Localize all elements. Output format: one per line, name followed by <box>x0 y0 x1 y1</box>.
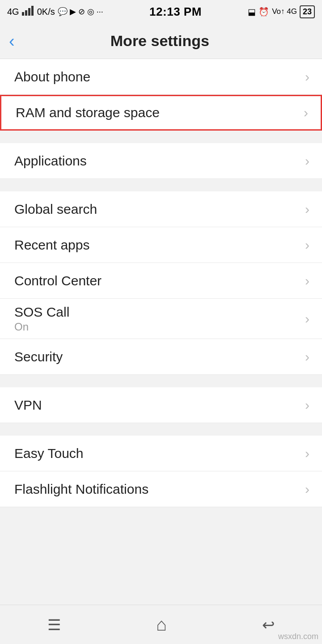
alarm-icon: ⏰ <box>258 7 269 17</box>
settings-item-flashlight-notifications[interactable]: Flashlight Notifications › <box>0 471 322 507</box>
svg-rect-0 <box>22 12 24 16</box>
watermark: wsxdn.com <box>278 632 318 641</box>
settings-item-ram-storage[interactable]: RAM and storage space › <box>0 95 322 131</box>
about-phone-label: About phone <box>14 69 90 85</box>
volte-4g-icon: Vo↑ 4G <box>272 7 297 16</box>
chevron-icon: › <box>305 202 309 217</box>
page-title: More settings <box>24 32 296 50</box>
settings-item-global-search[interactable]: Global search › <box>0 191 322 227</box>
page-header: ‹ More settings <box>0 23 322 59</box>
chevron-icon: › <box>305 153 309 169</box>
sos-call-sublabel: On <box>14 321 69 333</box>
global-search-label: Global search <box>14 202 97 217</box>
app-icons: 💬 ▶ ⊘ ◎ ··· <box>58 7 103 17</box>
easy-touch-label: Easy Touch <box>14 446 84 461</box>
svg-rect-1 <box>25 10 27 16</box>
chevron-icon: › <box>304 105 308 120</box>
section-divider-4 <box>0 423 322 436</box>
sos-call-label: SOS Call <box>14 305 69 320</box>
data-speed: 0K/s <box>37 7 55 17</box>
ram-storage-label: RAM and storage space <box>16 105 160 120</box>
svg-rect-2 <box>28 8 30 16</box>
section-divider-2 <box>0 179 322 191</box>
chevron-icon: › <box>305 398 309 413</box>
back-button[interactable]: ‹ <box>9 33 15 50</box>
bottom-spacer <box>0 507 322 552</box>
settings-item-recent-apps[interactable]: Recent apps › <box>0 227 322 263</box>
battery-indicator: 23 <box>300 5 315 18</box>
settings-item-security[interactable]: Security › <box>0 339 322 375</box>
vpn-label: VPN <box>14 398 42 413</box>
status-left: 4G 0K/s 💬 ▶ ⊘ ◎ ··· <box>7 6 103 18</box>
settings-item-applications[interactable]: Applications › <box>0 143 322 179</box>
settings-item-sos-call[interactable]: SOS Call On › <box>0 299 322 339</box>
home-nav-icon[interactable]: ⌂ <box>156 614 167 635</box>
signal-bars <box>22 6 34 18</box>
chevron-icon: › <box>305 311 309 326</box>
security-label: Security <box>14 349 63 364</box>
control-center-label: Control Center <box>14 273 102 288</box>
chevron-icon: › <box>305 446 309 461</box>
recent-apps-label: Recent apps <box>14 237 89 253</box>
settings-item-control-center[interactable]: Control Center › <box>0 263 322 299</box>
section-divider-3 <box>0 375 322 387</box>
bluetooth-icon: ⬓ <box>248 7 256 17</box>
chevron-icon: › <box>305 349 309 364</box>
menu-nav-icon[interactable]: ☰ <box>47 616 61 634</box>
flashlight-notifications-label: Flashlight Notifications <box>14 482 148 497</box>
chevron-icon: › <box>305 273 309 288</box>
settings-item-easy-touch[interactable]: Easy Touch › <box>0 436 322 471</box>
settings-item-vpn[interactable]: VPN › <box>0 387 322 423</box>
chevron-icon: › <box>305 237 309 253</box>
back-nav-icon[interactable]: ↩ <box>262 616 275 634</box>
time-display: 12:13 PM <box>149 5 202 19</box>
chevron-icon: › <box>305 69 309 85</box>
network-indicator: 4G <box>7 7 19 17</box>
svg-rect-3 <box>31 6 34 16</box>
chevron-icon: › <box>305 482 309 497</box>
status-bar: 4G 0K/s 💬 ▶ ⊘ ◎ ··· 12:13 PM ⬓ ⏰ Vo↑ 4G … <box>0 0 322 23</box>
navigation-bar: ☰ ⌂ ↩ <box>0 605 322 644</box>
settings-item-about-phone[interactable]: About phone › <box>0 59 322 95</box>
section-divider-1 <box>0 131 322 143</box>
applications-label: Applications <box>14 153 87 169</box>
settings-list: About phone › RAM and storage space › Ap… <box>0 59 322 552</box>
status-right: ⬓ ⏰ Vo↑ 4G 23 <box>248 5 315 18</box>
